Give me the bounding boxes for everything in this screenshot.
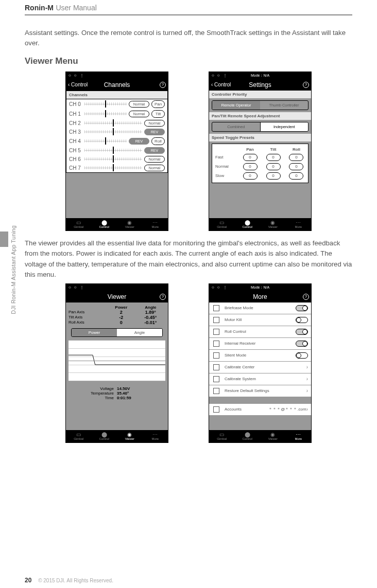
- nav-viewer[interactable]: ◉Viewer: [260, 430, 286, 442]
- channel-slider[interactable]: [84, 157, 142, 161]
- opt-remote-operator[interactable]: Remote Operator: [212, 101, 260, 110]
- help-icon[interactable]: ?: [160, 294, 166, 300]
- channel-slider[interactable]: [84, 149, 142, 152]
- channel-slider[interactable]: [84, 166, 142, 169]
- slow-pan[interactable]: 0: [243, 172, 258, 180]
- fast-roll[interactable]: 0: [289, 154, 303, 161]
- intro-paragraph: Assistant settings. Once the remote cont…: [25, 28, 352, 49]
- opt-combined[interactable]: Combined: [212, 122, 260, 131]
- phone-channels: ○○⋮ ‹ Control Channels ? Channels CH 0No…: [65, 72, 168, 231]
- item-icon: [212, 364, 220, 370]
- speed-adjust-segment[interactable]: Combined Independent: [212, 122, 309, 132]
- channel-row: CH 1NormalTilt: [66, 109, 167, 119]
- title-bar: ‹ Control Channels ?: [66, 79, 168, 91]
- channel-slider[interactable]: [84, 130, 142, 133]
- toggle[interactable]: [296, 329, 308, 335]
- more-item[interactable]: Internal Receiver: [209, 338, 311, 349]
- item-label: Briefcase Mode: [225, 306, 296, 310]
- nav-viewer[interactable]: ◉Viewer: [260, 218, 286, 230]
- nav-more[interactable]: ⋯More: [286, 430, 312, 442]
- channel-mode-pill[interactable]: REV: [144, 129, 165, 135]
- nav-more[interactable]: ⋯More: [143, 218, 168, 230]
- channel-slider[interactable]: [84, 139, 127, 142]
- nav-viewer[interactable]: ◉Viewer: [117, 430, 143, 442]
- user-icon: [212, 406, 220, 413]
- nav-viewer[interactable]: ◉Viewer: [117, 218, 143, 230]
- page-number: 20: [25, 577, 31, 584]
- toggle[interactable]: [296, 352, 308, 359]
- channel-axis-pill[interactable]: Tilt: [151, 110, 165, 118]
- channel-mode-pill[interactable]: Normal: [144, 120, 165, 127]
- opt-independent[interactable]: Independent: [260, 122, 309, 131]
- toggle[interactable]: [296, 341, 308, 347]
- more-item[interactable]: Briefcase Mode: [209, 302, 311, 314]
- fast-tilt[interactable]: 0: [266, 154, 281, 161]
- normal-tilt[interactable]: 0: [266, 163, 281, 170]
- back-button[interactable]: ‹ Control: [68, 82, 88, 87]
- bottom-nav: ▭Gimbal ⬤Control ◉Viewer ⋯More: [66, 430, 168, 442]
- nav-more[interactable]: ⋯More: [143, 430, 168, 442]
- chevron-icon: ›: [306, 364, 308, 370]
- more-item[interactable]: Motor Kill: [209, 314, 311, 326]
- more-item[interactable]: Silent Mode: [209, 350, 311, 361]
- slow-tilt[interactable]: 0: [266, 172, 281, 180]
- nav-gimbal[interactable]: ▭Gimbal: [209, 430, 235, 442]
- channel-mode-pill[interactable]: Normal: [144, 165, 165, 171]
- nav-gimbal[interactable]: ▭Gimbal: [66, 218, 92, 230]
- fast-pan[interactable]: 0: [243, 154, 258, 161]
- seg-power[interactable]: Power: [72, 329, 117, 336]
- more-item[interactable]: Calibrate Center›: [209, 362, 311, 373]
- controller-priority-label: Controller Priority: [209, 91, 311, 98]
- accounts-row[interactable]: Accounts ＊＊＊@＊＊＊.com ›: [209, 404, 311, 415]
- nav-control[interactable]: ⬤Control: [92, 218, 117, 230]
- help-icon[interactable]: ?: [160, 82, 166, 88]
- channel-mode-pill[interactable]: Normal: [129, 111, 149, 117]
- nav-gimbal[interactable]: ▭Gimbal: [66, 430, 92, 442]
- nav-control[interactable]: ⬤Control: [235, 218, 261, 230]
- channel-mode-pill[interactable]: REV: [129, 138, 149, 145]
- toggle[interactable]: [296, 317, 308, 323]
- channel-slider[interactable]: [84, 121, 142, 124]
- channel-mode-pill[interactable]: REV: [144, 147, 165, 154]
- item-label: Silent Mode: [225, 353, 296, 358]
- nav-more[interactable]: ⋯More: [286, 218, 312, 230]
- header-product: Ronin-M: [25, 4, 54, 12]
- help-icon[interactable]: ?: [303, 294, 309, 300]
- channel-label: CH 0: [69, 101, 84, 107]
- viewer-paragraph: The viewer provides all the essential li…: [25, 238, 352, 280]
- help-icon[interactable]: ?: [303, 82, 309, 88]
- screen-title: More: [253, 293, 267, 300]
- header-suffix: User Manual: [56, 4, 96, 12]
- more-item[interactable]: Restore Default Settings›: [209, 385, 311, 397]
- side-tab: [0, 231, 8, 247]
- chevron-icon: ›: [306, 376, 308, 382]
- more-item[interactable]: Roll Control: [209, 326, 311, 337]
- toggle[interactable]: [296, 305, 308, 311]
- viewer-segment[interactable]: Power Angle: [71, 328, 163, 337]
- opt-thumb-controller[interactable]: Thumb Controller: [260, 101, 308, 110]
- more-item[interactable]: Calibrate System›: [209, 373, 311, 385]
- channel-row: CH 7Normal: [66, 164, 167, 172]
- channel-axis-pill[interactable]: Pan: [151, 100, 165, 108]
- channel-label: CH 2: [69, 120, 84, 126]
- normal-pan[interactable]: 0: [243, 163, 258, 170]
- nav-control[interactable]: ⬤Control: [235, 430, 261, 442]
- channel-slider[interactable]: [84, 102, 127, 105]
- nav-gimbal[interactable]: ▭Gimbal: [209, 218, 235, 230]
- controller-priority-segment[interactable]: Remote Operator Thumb Controller: [212, 100, 309, 110]
- channel-mode-pill[interactable]: Normal: [144, 156, 165, 163]
- item-label: Restore Default Settings: [225, 388, 306, 393]
- slow-roll[interactable]: 0: [289, 172, 303, 180]
- nav-control[interactable]: ⬤Control: [92, 430, 117, 442]
- side-text: DJI Ronin-M Assistant App Tuning: [10, 225, 16, 314]
- channel-mode-pill[interactable]: Normal: [129, 101, 149, 108]
- status-bar: ○○⋮: [66, 284, 168, 291]
- normal-roll[interactable]: 0: [289, 163, 303, 170]
- footer: 20 © 2015 DJI. All Rights Reserved.: [25, 577, 113, 584]
- channel-slider[interactable]: [84, 112, 127, 115]
- channel-axis-pill[interactable]: Roll: [151, 137, 165, 145]
- seg-angle[interactable]: Angle: [117, 329, 162, 336]
- phone-more: ○○⋮Mode：N/A More ? Briefcase ModeMotor K…: [209, 283, 312, 443]
- channel-row: CH 4REVRoll: [66, 136, 167, 146]
- back-button[interactable]: ‹ Control: [211, 82, 231, 87]
